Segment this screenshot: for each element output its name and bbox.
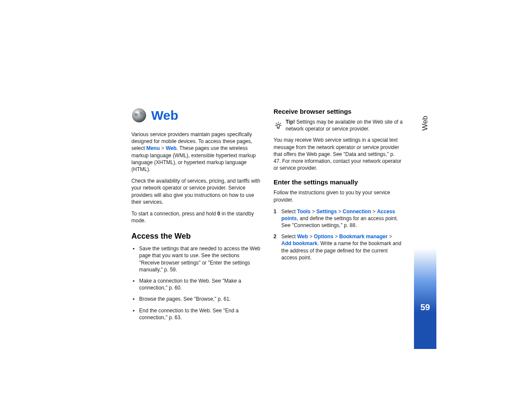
tip-icon: [274, 118, 283, 132]
menu-path-bookmark-manager: Bookmark manager: [339, 234, 388, 240]
intro-paragraph-3: To start a connection, press and hold 0 …: [131, 210, 261, 224]
breadcrumb-separator: >: [333, 234, 339, 240]
svg-point-1: [135, 112, 139, 114]
heading-enter-settings-manually: Enter the settings manually: [274, 178, 403, 186]
column-right: Receive browser settings Tip! Settings m…: [274, 108, 403, 325]
breadcrumb-separator: >: [388, 234, 392, 240]
column-left: Web Various service providers maintain p…: [131, 108, 261, 325]
menu-path-web: Web: [166, 145, 177, 151]
text: Select: [281, 234, 297, 240]
menu-path-add-bookmark: Add bookmark: [281, 240, 317, 246]
page-content: Web Various service providers maintain p…: [131, 108, 403, 325]
breadcrumb-separator: >: [371, 209, 377, 215]
chapter-title: Web: [151, 108, 178, 123]
list-item: Save the settings that are needed to acc…: [131, 245, 261, 273]
step-number: 1: [274, 208, 277, 215]
manual-settings-steps: 1 Select Tools > Settings > Connection >…: [274, 208, 403, 261]
menu-path-connection: Connection: [343, 209, 371, 215]
breadcrumb-separator: >: [160, 145, 166, 151]
document-page: Web 59 Web: [0, 0, 532, 411]
text: To start a connection, press and hold: [131, 211, 217, 217]
menu-path-menu: Menu: [146, 145, 160, 151]
heading-access-the-web: Access the Web: [131, 232, 261, 241]
globe-icon: [131, 108, 147, 123]
step-number: 2: [274, 233, 277, 240]
breadcrumb-separator: >: [308, 234, 314, 240]
heading-receive-browser-settings: Receive browser settings: [274, 108, 403, 115]
svg-point-2: [277, 125, 280, 127]
breadcrumb-separator: >: [337, 209, 343, 215]
list-item: Browse the pages. See "Browse," p. 61.: [131, 296, 261, 302]
svg-point-0: [132, 109, 146, 122]
step-item: 2 Select Web > Options > Bookmark manage…: [274, 233, 403, 261]
text: , and define the settings for an access …: [281, 215, 398, 228]
chapter-header: Web: [131, 108, 261, 123]
step-item: 1 Select Tools > Settings > Connection >…: [274, 208, 403, 229]
receive-settings-paragraph: You may receive Web service settings in …: [274, 137, 403, 171]
menu-path-options: Options: [314, 234, 333, 240]
breadcrumb-separator: >: [311, 209, 317, 215]
intro-paragraph-2: Check the availability of services, pric…: [131, 177, 261, 206]
menu-path-web: Web: [297, 234, 308, 240]
list-item: End the connection to the Web. See "End …: [131, 307, 261, 321]
menu-path-tools: Tools: [297, 209, 311, 215]
page-number: 59: [414, 302, 436, 312]
tip-block: Tip! Settings may be available on the We…: [274, 118, 403, 132]
intro-paragraph-1: Various service providers maintain pages…: [131, 131, 261, 173]
side-tab-label: Web: [421, 116, 429, 131]
tip-label: Tip!: [286, 119, 295, 125]
tip-text: Tip! Settings may be available on the We…: [286, 118, 403, 132]
list-item: Make a connection to the Web. See "Make …: [131, 277, 261, 291]
text: Select: [281, 209, 297, 215]
side-tab: Web 59: [414, 69, 436, 349]
access-web-list: Save the settings that are needed to acc…: [131, 245, 261, 321]
manual-settings-paragraph: Follow the instructions given to you by …: [274, 189, 403, 203]
menu-path-settings: Settings: [316, 209, 336, 215]
text: Settings may be available on the Web sit…: [286, 119, 403, 132]
